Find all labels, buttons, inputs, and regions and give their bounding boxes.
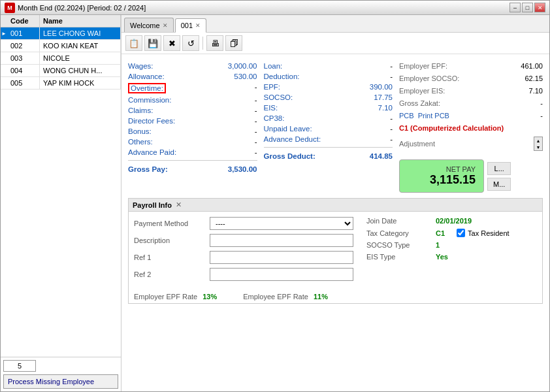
maximize-button[interactable]: □: [522, 3, 533, 12]
director-fees-row: Director Fees: -: [128, 116, 257, 126]
others-row: Others: -: [128, 137, 257, 147]
left-panel-bottom: Process Missing Employee: [1, 357, 121, 391]
pcb-link[interactable]: PCB: [399, 112, 414, 120]
payment-method-row: Payment Method ----: [134, 217, 353, 230]
commission-label: Commission:: [128, 96, 171, 104]
director-fees-value: -: [212, 117, 257, 125]
tab-001[interactable]: 001 ✕: [175, 18, 206, 33]
gross-zakat-label: Gross Zakat:: [399, 99, 440, 107]
join-date-label: Join Date: [366, 217, 432, 225]
spinner-down-button[interactable]: ▼: [534, 144, 542, 150]
net-pay-value: 3,115.15: [430, 173, 476, 187]
claims-label: Claims:: [128, 106, 153, 114]
gross-deduct-value: 414.85: [370, 152, 393, 160]
allowance-label: Allowance:: [128, 73, 165, 80]
director-fees-label: Director Fees:: [128, 117, 175, 125]
employer-socso-row: Employer SOCSO: 62.15: [399, 73, 543, 84]
col-header-name: Name: [40, 15, 121, 27]
employee-code: 003: [7, 52, 40, 64]
payroll-info-close-icon[interactable]: ✕: [176, 201, 182, 209]
minimize-button[interactable]: –: [510, 3, 521, 12]
adjustment-spinner[interactable]: ▲ ▼: [534, 137, 543, 151]
employer-epf-rate-value: 13%: [202, 293, 217, 301]
eis-type-row: EIS Type Yes: [366, 253, 537, 261]
m-button[interactable]: M...: [487, 178, 511, 191]
description-input[interactable]: [210, 234, 353, 247]
epf-value: 390.00: [347, 83, 393, 91]
l-button[interactable]: L...: [487, 162, 511, 175]
table-row[interactable]: ► 001 LEE CHONG WAI: [1, 27, 121, 40]
overtime-value: -: [212, 83, 257, 93]
advance-paid-value: -: [212, 148, 257, 156]
bonus-value: -: [212, 127, 257, 135]
tab-bar: Welcome ✕ 001 ✕: [121, 15, 549, 33]
process-missing-employee-button[interactable]: Process Missing Employee: [3, 374, 118, 389]
gross-deduct-label: Gross Deduct:: [264, 152, 315, 160]
spinner-up-button[interactable]: ▲: [534, 137, 542, 144]
copy-button[interactable]: 🗍: [225, 35, 242, 51]
tab-close-icon[interactable]: ✕: [195, 22, 201, 29]
bonus-label: Bonus:: [128, 127, 152, 135]
gross-pay-row: Gross Pay: 3,530.00: [128, 163, 257, 175]
table-row[interactable]: 004 WONG CHUN H...: [1, 65, 121, 77]
deduction-row: Deduction: -: [264, 71, 393, 82]
print-button[interactable]: 🖶: [206, 35, 223, 51]
payment-method-select[interactable]: ----: [210, 217, 353, 230]
tax-resident-label: Tax Resident: [468, 229, 510, 237]
main-content-area: Wages: 3,000.00 Allowance: 530.00 Overti…: [121, 54, 549, 391]
adjustment-label: Adjustment: [399, 140, 435, 148]
ref1-label: Ref 1: [134, 253, 206, 261]
employer-epf-label: Employer EPF:: [399, 62, 447, 70]
loan-value: -: [347, 62, 393, 70]
print-pcb-link[interactable]: Print PCB: [418, 112, 449, 120]
claims-value: -: [212, 106, 257, 114]
employee-table: Code Name ► 001 LEE CHONG WAI 002 KOO KI…: [1, 15, 121, 357]
c1-label: C1 (Computerized Calculation): [399, 124, 504, 132]
tax-resident-checkbox[interactable]: [457, 229, 465, 237]
employer-socso-value: 62.15: [525, 74, 543, 82]
tab-label: 001: [181, 22, 193, 29]
tab-close-icon[interactable]: ✕: [163, 22, 168, 29]
c1-row: C1 (Computerized Calculation): [399, 123, 543, 133]
employee-epf-rate-item: Employee EPF Rate 11%: [243, 293, 328, 301]
socso-type-row: SOCSO Type 1: [366, 241, 537, 249]
ref2-input[interactable]: [210, 268, 353, 281]
payroll-info-body: Payment Method ---- Description Ref 1: [129, 212, 542, 290]
table-row[interactable]: 002 KOO KIAN KEAT: [1, 40, 121, 52]
unpaid-leave-value: -: [347, 125, 393, 133]
table-row[interactable]: 003 NICOLE: [1, 52, 121, 65]
info-left-column: Payment Method ---- Description Ref 1: [134, 217, 353, 285]
cancel-button[interactable]: ✖: [163, 35, 180, 51]
refresh-button[interactable]: ↺: [182, 35, 199, 51]
page-number-input[interactable]: [3, 360, 36, 372]
advance-paid-label: Advance Paid:: [128, 148, 176, 156]
employee-code: 001: [7, 27, 40, 39]
employee-epf-rate-label: Employee EPF Rate: [243, 293, 308, 301]
tax-category-value: C1: [436, 229, 445, 237]
col-header-code: Code: [7, 15, 40, 27]
employer-eis-label: Employer EIS:: [399, 87, 445, 95]
bonus-row: Bonus: -: [128, 126, 257, 137]
ref1-input[interactable]: [210, 251, 353, 264]
save-button[interactable]: 💾: [144, 35, 161, 51]
deduction-label: Deduction:: [264, 73, 300, 80]
allowance-value: 530.00: [212, 73, 257, 80]
new-button[interactable]: 📋: [125, 35, 142, 51]
table-row[interactable]: 005 YAP KIM HOCK: [1, 77, 121, 90]
toolbar-separator: [202, 37, 203, 50]
payroll-info-section: Payroll Info ✕ Payment Method ----: [128, 198, 543, 304]
loan-label: Loan:: [264, 62, 283, 70]
commission-value: -: [212, 96, 257, 104]
socso-label: SOCSO:: [264, 93, 293, 101]
toolbar: 📋 💾 ✖ ↺ 🖶 🗍: [121, 33, 549, 54]
unpaid-leave-label: Unpaid Leave:: [264, 125, 312, 133]
close-button[interactable]: ✕: [534, 3, 545, 12]
employee-name: KOO KIAN KEAT: [40, 40, 121, 52]
tab-welcome[interactable]: Welcome ✕: [124, 18, 174, 32]
socso-type-value: 1: [436, 241, 440, 249]
rates-row: Employer EPF Rate 13% Employee EPF Rate …: [129, 290, 542, 303]
tab-label: Welcome: [130, 22, 160, 29]
employee-name: LEE CHONG WAI: [40, 27, 121, 39]
overtime-row: Overtime: -: [128, 82, 257, 95]
socso-type-label: SOCSO Type: [366, 241, 432, 249]
